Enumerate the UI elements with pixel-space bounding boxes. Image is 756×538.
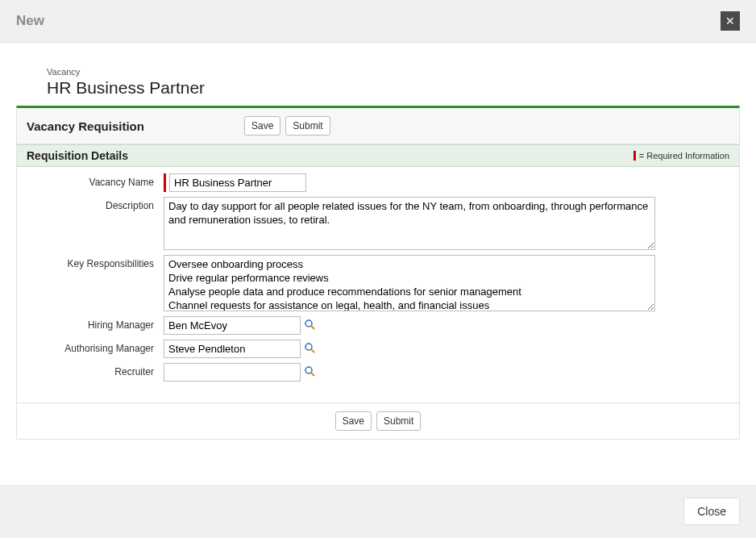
required-info-text: = Required Information bbox=[639, 151, 729, 161]
section-title: Requisition Details bbox=[27, 149, 128, 162]
svg-line-3 bbox=[311, 349, 314, 352]
lookup-icon[interactable] bbox=[304, 342, 317, 355]
record-header: Vacancy HR Business Partner bbox=[47, 67, 709, 98]
panel-bottom-action-bar: Save Submit bbox=[17, 402, 739, 439]
required-indicator-icon bbox=[633, 151, 636, 161]
svg-line-1 bbox=[311, 326, 314, 329]
close-button[interactable]: Close bbox=[683, 498, 740, 525]
lookup-icon[interactable] bbox=[304, 319, 317, 332]
required-indicator-icon bbox=[164, 173, 166, 192]
submit-button[interactable]: Submit bbox=[285, 116, 330, 136]
vacancy-name-input[interactable] bbox=[169, 173, 306, 192]
panel-title: Vacancy Requisition bbox=[27, 119, 244, 133]
section-header: Requisition Details = Required Informati… bbox=[17, 144, 739, 167]
save-button[interactable]: Save bbox=[335, 411, 372, 431]
description-textarea[interactable] bbox=[164, 197, 655, 250]
description-label: Description bbox=[27, 197, 164, 211]
vacancy-panel: Vacancy Requisition Save Submit Requisit… bbox=[16, 106, 740, 440]
lookup-icon[interactable] bbox=[304, 365, 317, 378]
key-responsibilities-label: Key Responsibilities bbox=[27, 255, 164, 269]
authorising-manager-input[interactable] bbox=[164, 340, 301, 358]
vacancy-name-label: Vacancy Name bbox=[27, 173, 164, 188]
close-icon[interactable]: ✕ bbox=[721, 11, 740, 31]
authorising-manager-label: Authorising Manager bbox=[27, 340, 164, 354]
hiring-manager-input[interactable] bbox=[164, 316, 301, 335]
recruiter-label: Recruiter bbox=[27, 363, 164, 377]
window-header: New ✕ bbox=[0, 0, 756, 43]
dialog-footer: Close bbox=[0, 485, 756, 538]
hiring-manager-label: Hiring Manager bbox=[27, 316, 164, 331]
window-title: New bbox=[16, 13, 44, 29]
svg-line-5 bbox=[311, 373, 314, 376]
recruiter-input[interactable] bbox=[164, 363, 301, 382]
record-type-label: Vacancy bbox=[47, 67, 709, 77]
save-button[interactable]: Save bbox=[244, 116, 280, 136]
panel-action-bar: Vacancy Requisition Save Submit bbox=[17, 108, 739, 144]
record-title: HR Business Partner bbox=[47, 78, 709, 98]
submit-button[interactable]: Submit bbox=[376, 411, 421, 431]
required-info-legend: = Required Information bbox=[633, 151, 729, 161]
svg-point-0 bbox=[305, 320, 312, 327]
svg-point-4 bbox=[305, 367, 312, 373]
svg-point-2 bbox=[305, 344, 312, 350]
key-responsibilities-textarea[interactable] bbox=[164, 255, 655, 311]
